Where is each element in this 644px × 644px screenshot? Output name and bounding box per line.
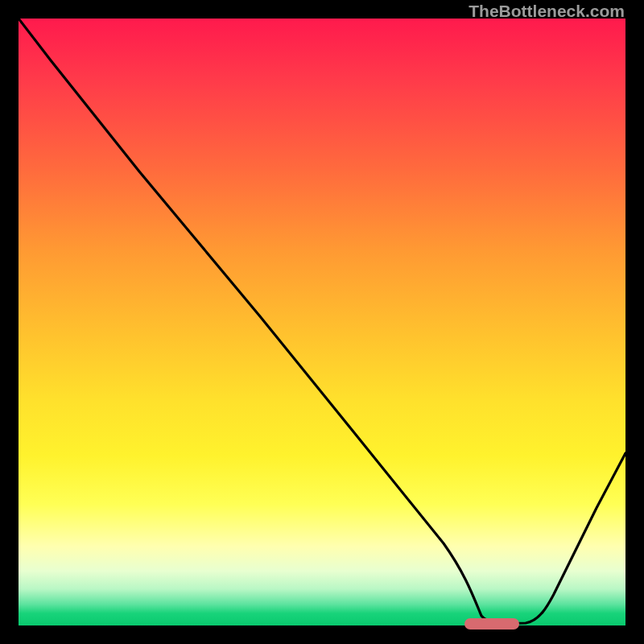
optimal-range-marker bbox=[464, 618, 519, 630]
chart-area bbox=[19, 19, 625, 625]
bottleneck-curve bbox=[19, 19, 625, 625]
